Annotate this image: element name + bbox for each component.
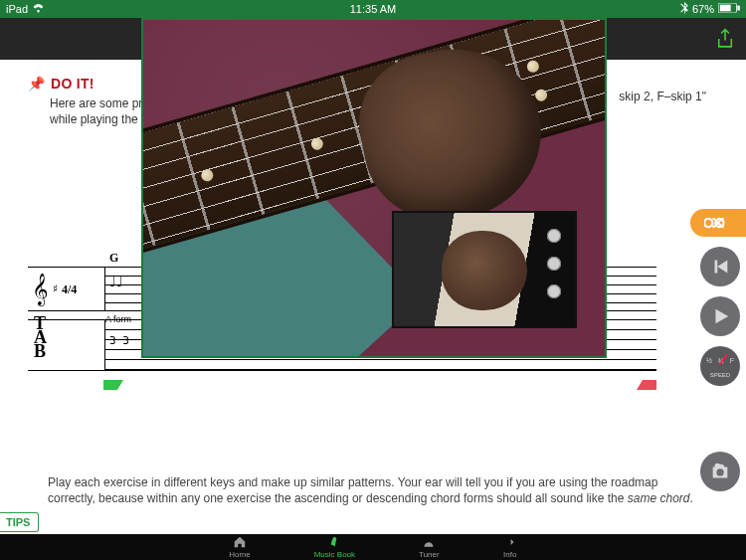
loop-start-marker[interactable] [103, 380, 123, 390]
speed-label: SPEED [710, 372, 730, 378]
speed-full: F [730, 357, 734, 364]
player-controls: ½ ¾ F SPEED [690, 209, 746, 491]
section-heading: DO IT! [51, 76, 94, 92]
speed-half: ½ [706, 357, 712, 364]
treble-clef: 𝄞♯4/4 [28, 268, 105, 310]
tab-music-book-label: Music Book [314, 550, 355, 559]
home-icon [233, 535, 247, 549]
video-pip [392, 211, 577, 328]
tab-tuner-label: Tuner [419, 550, 440, 559]
tab-bar: Home Music Book Tuner Info [0, 534, 746, 560]
intro-fragment-right: skip 2, F–skip 1" [619, 90, 706, 103]
tips-tab[interactable]: TIPS [0, 512, 39, 532]
svg-rect-2 [720, 5, 731, 12]
carrier-label: iPad [6, 3, 28, 15]
tuner-icon [422, 535, 436, 549]
bluetooth-icon [680, 2, 688, 16]
loop-end-marker[interactable] [637, 380, 656, 390]
tab-fret-numbers: 3 3 [109, 334, 129, 347]
status-bar: iPad 11:35 AM 67% [0, 0, 746, 18]
intro-fragment-1: Here are some pra [50, 96, 149, 110]
tab-home-label: Home [229, 550, 250, 559]
camera-button[interactable] [700, 452, 740, 491]
info-icon [503, 535, 517, 549]
instruction-italic: same chord [628, 491, 690, 505]
tab-info-label: Info [503, 550, 516, 559]
svg-rect-1 [737, 6, 740, 11]
notes: ♩♩ [109, 274, 123, 290]
clock: 11:35 AM [251, 3, 495, 15]
tab-tuner[interactable]: Tuner [419, 535, 440, 559]
rewind-button[interactable] [700, 247, 740, 286]
loop-button[interactable] [690, 209, 746, 237]
tab-music-book[interactable]: Music Book [314, 535, 355, 559]
play-button[interactable] [700, 296, 740, 336]
battery-icon [718, 3, 740, 15]
share-button[interactable] [712, 26, 738, 52]
instruction-paragraph: Play each exercise in different keys and… [48, 474, 698, 506]
tab-info[interactable]: Info [503, 535, 517, 559]
svg-point-3 [716, 468, 723, 475]
wifi-icon [32, 3, 45, 15]
video-frame [143, 20, 605, 356]
chord-label: G [109, 251, 118, 266]
instruction-text-2: . [689, 491, 692, 505]
battery-percent: 67% [692, 3, 714, 15]
tab-clef-label: TAB [34, 316, 47, 358]
music-book-icon [327, 535, 341, 549]
tab-home[interactable]: Home [229, 535, 250, 559]
instruction-text-1: Play each exercise in different keys and… [48, 475, 657, 505]
lesson-video[interactable] [141, 18, 607, 358]
intro-fragment-2: while playing the a [50, 112, 148, 126]
speed-button[interactable]: ½ ¾ F SPEED [700, 346, 740, 386]
svg-point-4 [715, 464, 721, 469]
pushpin-icon: 📌 [28, 76, 45, 92]
